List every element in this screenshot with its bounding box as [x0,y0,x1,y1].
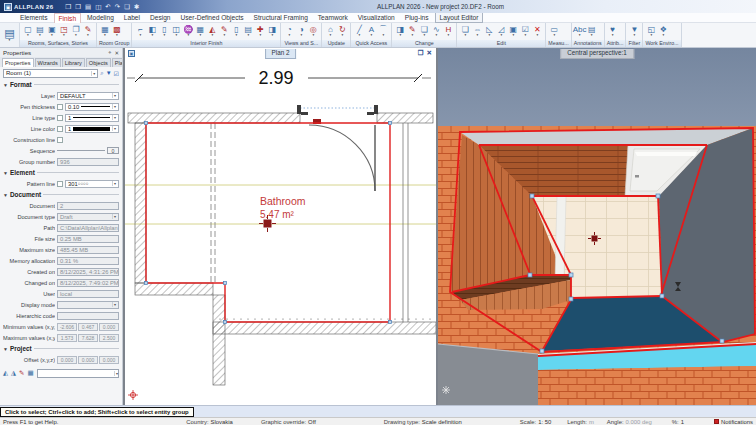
eyedropper-up-icon[interactable]: ◭ [3,369,8,377]
room-group-edit-tool-button[interactable]: ▩▾ [112,25,122,38]
dropdown-caret-icon[interactable]: ▾ [382,34,384,38]
collapse-icon[interactable]: ▼ [3,346,8,352]
surface-cover-tool-button[interactable]: ▤▾ [243,25,253,38]
dropdown-caret-icon[interactable]: ▾ [27,34,29,38]
search-icon[interactable]: ⌕ [100,70,103,77]
selection-handle[interactable] [144,281,147,284]
pin-icon[interactable]: ⌖ [108,49,111,56]
repair-tool-button[interactable]: ✚▾ [255,25,265,38]
maximum-values-x-y-z-control[interactable]: 1.5737.6282.500 [57,334,119,342]
stretch-tool-button[interactable]: ▣▾ [508,25,518,38]
dropdown-caret-icon[interactable]: ▾ [423,34,425,38]
notifications-button[interactable]: Notifications [714,419,753,425]
menu-tab-teamwork[interactable]: Teamwork [314,13,352,22]
cover-tool-button[interactable]: ◨▾ [267,25,277,38]
chevron-down-icon[interactable]: ▾ [91,71,95,76]
dropdown-caret-icon[interactable]: ▾ [512,34,514,38]
text-abc-tool-button[interactable]: Abc▾ [575,25,585,38]
dropdown-caret-icon[interactable]: ▾ [524,34,526,38]
dropdown-caret-icon[interactable]: ▾ [9,39,11,43]
change-height-tool-button[interactable]: H▾ [443,25,453,38]
room-edit-tool-button[interactable]: ✎▾ [83,25,93,38]
undo-icon[interactable]: ↶ [105,2,110,12]
dropdown-caret-icon[interactable]: ▾ [358,34,360,38]
stamp-tool-button[interactable]: ◎▾ [308,25,318,38]
pen-thickness-control[interactable]: 0.10▾ [65,103,119,111]
room-launcher-button[interactable]: ▤ ▾ [0,23,20,47]
chevron-down-icon[interactable]: ▾ [112,115,116,120]
dropdown-caret-icon[interactable]: ▾ [536,34,538,38]
dropdown-caret-icon[interactable]: ▾ [163,34,165,38]
modify-pen-tool-button[interactable]: ✎▾ [407,25,417,38]
pen-thickness-checkbox[interactable] [57,104,63,110]
sketch-finish-tool-button[interactable]: ✎▾ [219,25,229,38]
dropdown-caret-icon[interactable]: ▾ [329,34,331,38]
dropdown-caret-icon[interactable]: ▾ [591,34,593,38]
line-type-checkbox[interactable] [57,115,63,121]
dropdown-caret-icon[interactable]: ▾ [370,34,372,38]
ceiling-finish-tool-button[interactable]: ◧▾ [147,25,157,38]
line-color-checkbox[interactable] [57,126,63,132]
selection-handle[interactable] [388,121,391,124]
copy-tool-button[interactable]: ❏▾ [460,25,470,38]
dropdown-caret-icon[interactable]: ▾ [288,34,290,38]
apply-icon[interactable]: ☑ [114,70,119,77]
dropdown-caret-icon[interactable]: ▾ [104,34,106,38]
spline-edit-tool-button[interactable]: ∿▾ [431,25,441,38]
dropdown-caret-icon[interactable]: ▾ [553,34,555,38]
refresh-tool-button[interactable]: ↻▾ [337,25,347,38]
section-header-element[interactable]: ▼Element [0,167,122,178]
text-tool-button[interactable]: A▾ [366,25,376,38]
element-selector-dropdown[interactable]: Room (1) ▾ [3,69,98,78]
section-header-project[interactable]: ▼Project [0,343,122,354]
dropdown-caret-icon[interactable]: ▾ [175,34,177,38]
hierarchic-code-control[interactable] [57,312,119,320]
line-tool-button[interactable]: ╱▾ [354,25,364,38]
dropdown-caret-icon[interactable]: ▾ [488,34,490,38]
menu-tab-visualization[interactable]: Visualization [354,13,399,22]
environment-tool-button[interactable]: ❖▾ [658,25,668,38]
selection-handle[interactable] [569,297,573,301]
restore-icon[interactable]: ❐ [418,49,424,57]
wall-finish-tool-button[interactable]: ⌐▾ [135,25,145,38]
selection-handle[interactable] [569,273,573,277]
selection-handle[interactable] [540,349,544,353]
room-copy-tool-button[interactable]: ◳▾ [59,25,69,38]
door-symbol[interactable] [297,105,378,191]
document-type-control[interactable]: Draft▾ [57,213,119,221]
arc-tool-button[interactable]: ⌒▾ [378,25,388,38]
section-header-format[interactable]: ▼Format [0,79,122,90]
dropdown-caret-icon[interactable]: ▾ [63,34,65,38]
dropdown-caret-icon[interactable]: ▾ [116,34,118,38]
eyedropper-down-icon[interactable]: ◮ [11,369,16,377]
storey-tool-button[interactable]: ▤▾ [35,25,45,38]
dropdown-caret-icon[interactable]: ▾ [75,34,77,38]
group-number-control[interactable]: 936 [57,158,119,166]
selection-handle[interactable] [656,194,660,198]
copy-format-tool-button[interactable]: ❏▾ [419,25,429,38]
sequence-slider-value[interactable]: 0 [107,147,119,154]
room-area-label[interactable]: 5.47 m² [260,209,295,220]
room-tool-button[interactable]: ▢▾ [23,25,33,38]
room-group-tool-button[interactable]: ▦▾ [100,25,110,38]
dropdown-caret-icon[interactable]: ▾ [87,34,89,38]
change-surface-tool-button[interactable]: ◨▾ [395,25,405,38]
maximum-size-control[interactable]: 485.45 MB [57,246,119,254]
selection-handle[interactable] [528,273,532,277]
dropdown-caret-icon[interactable]: ▾ [139,34,141,38]
selection-handle[interactable] [223,320,226,323]
view-tool-button[interactable]: ◔▾ [284,25,294,38]
line-color-control[interactable]: 1▾ [65,125,119,133]
tab-properties[interactable]: Properties [2,58,34,67]
chevron-down-icon[interactable]: ▾ [112,181,116,186]
dropdown-caret-icon[interactable]: ▾ [199,34,201,38]
document-control[interactable]: 2 [57,202,119,210]
confirm-tool-button[interactable]: ☑▾ [520,25,530,38]
path-control[interactable]: C:\Data\Allplan\Allplan [57,224,119,232]
selection-handle[interactable] [388,320,391,323]
plan-viewport-tab[interactable]: Plan 2 [265,49,297,59]
minimum-values-x-y-z-control[interactable]: -2.6060.4670.000 [57,323,119,331]
tab-wizards[interactable]: Wizards [35,58,61,67]
menu-tab-user-defined-objects[interactable]: User-Defined Objects [177,13,248,22]
section-header-document[interactable]: ▼Document [0,189,122,200]
